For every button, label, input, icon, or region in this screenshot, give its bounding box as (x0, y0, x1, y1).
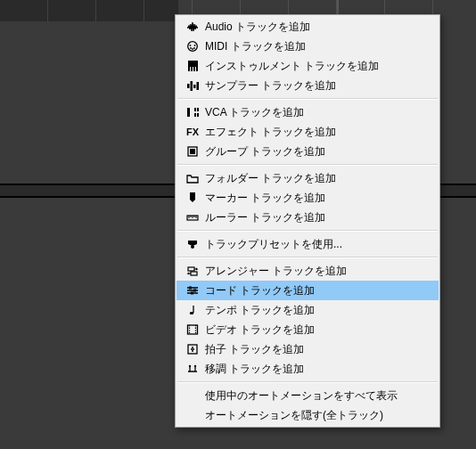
signature-icon (182, 339, 203, 359)
menu-item-ruler[interactable]: ルーラー トラックを追加 (176, 208, 439, 227)
menu-item-label: オートメーションを隠す(全トラック) (203, 408, 431, 423)
menu-separator (177, 230, 438, 232)
sampler-icon (182, 76, 203, 95)
menu-item-label: インストゥルメント トラックを追加 (203, 59, 431, 74)
menu-item-label: グループ トラックを追加 (203, 144, 431, 159)
menu-item-label: エフェクト トラックを追加 (203, 125, 431, 140)
menu-item-preset[interactable]: トラックプリセットを使用... (176, 234, 439, 254)
arranger-icon (182, 261, 203, 281)
folder-icon (182, 168, 203, 188)
menu-item-vca[interactable]: VCA トラックを追加 (176, 102, 439, 122)
menu-item-label: ルーラー トラックを追加 (203, 210, 431, 225)
menu-item-transpose[interactable]: 移調 トラックを追加 (176, 359, 439, 379)
menu-item-instrument[interactable]: インストゥルメント トラックを追加 (176, 56, 439, 76)
video-icon (182, 320, 203, 339)
menu-item-label: サンプラー トラックを追加 (203, 78, 431, 94)
menu-item-label: 拍子 トラックを追加 (203, 342, 431, 357)
chord-icon (182, 281, 203, 300)
menu-item-label: マーカー トラックを追加 (203, 191, 431, 206)
menu-item-sampler[interactable]: サンプラー トラックを追加 (176, 76, 439, 95)
instrument-icon (182, 56, 203, 76)
menu-item-label: テンポ トラックを追加 (203, 303, 431, 318)
menu-item-chord[interactable]: コード トラックを追加 (176, 281, 439, 300)
group-icon (182, 142, 203, 161)
menu-item-label: MIDI トラックを追加 (203, 39, 431, 54)
menu-item-label: コード トラックを追加 (203, 283, 431, 298)
menu-item-audio[interactable]: Audio トラックを追加 (176, 17, 439, 37)
menu-item-arranger[interactable]: アレンジャー トラックを追加 (176, 261, 439, 281)
tempo-icon (182, 300, 203, 320)
menu-item-tempo[interactable]: テンポ トラックを追加 (176, 300, 439, 320)
menu-item-automation-22[interactable]: 使用中のオートメーションをすべて表示 (176, 386, 439, 405)
marker-icon (182, 188, 203, 208)
menu-separator (177, 381, 438, 383)
audio-icon (182, 17, 203, 37)
menu-item-label: 移調 トラックを追加 (203, 362, 431, 377)
menu-item-label: フォルダー トラックを追加 (203, 171, 431, 186)
menu-item-fx[interactable]: エフェクト トラックを追加 (176, 122, 439, 142)
menu-separator (177, 98, 438, 100)
menu-item-label: Audio トラックを追加 (203, 20, 431, 35)
menu-separator (177, 257, 438, 258)
menu-item-label: VCA トラックを追加 (203, 105, 431, 120)
vca-icon (182, 102, 203, 122)
menu-item-group[interactable]: グループ トラックを追加 (176, 142, 439, 161)
menu-item-midi[interactable]: MIDI トラックを追加 (176, 37, 439, 56)
menu-item-automation-23[interactable]: オートメーションを隠す(全トラック) (176, 405, 439, 425)
midi-icon (182, 37, 203, 56)
menu-item-label: アレンジャー トラックを追加 (203, 264, 431, 279)
context-menu: Audio トラックを追加MIDI トラックを追加インストゥルメント トラックを… (175, 14, 440, 428)
fx-icon (182, 122, 203, 142)
menu-item-video[interactable]: ビデオ トラックを追加 (176, 320, 439, 339)
menu-item-label: 使用中のオートメーションをすべて表示 (203, 388, 431, 404)
menu-item-folder[interactable]: フォルダー トラックを追加 (176, 168, 439, 188)
transpose-icon (182, 359, 203, 379)
menu-separator (177, 164, 438, 166)
ruler-icon (182, 208, 203, 227)
menu-item-label: ビデオ トラックを追加 (203, 322, 431, 338)
menu-item-marker[interactable]: マーカー トラックを追加 (176, 188, 439, 208)
menu-item-signature[interactable]: 拍子 トラックを追加 (176, 339, 439, 359)
preset-icon (182, 234, 203, 254)
menu-item-label: トラックプリセットを使用... (203, 237, 431, 252)
